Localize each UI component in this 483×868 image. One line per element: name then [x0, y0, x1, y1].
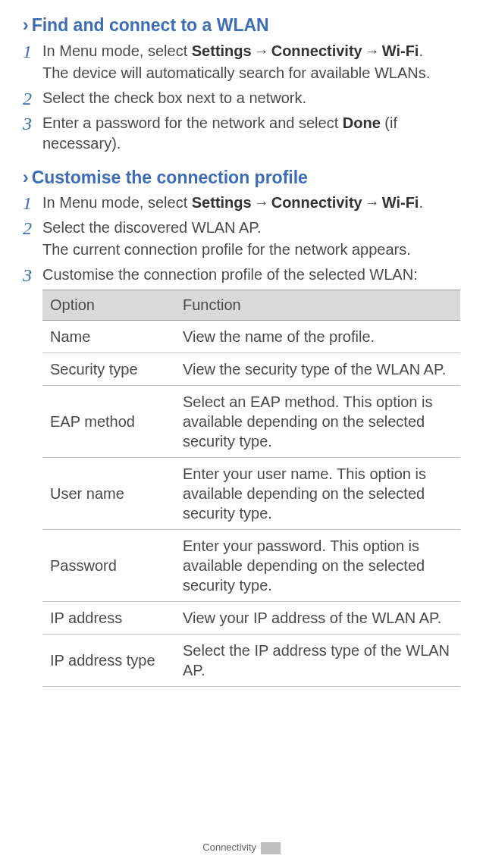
cell-function: View the name of the profile.: [175, 321, 460, 353]
cell-function: Enter your user name. This option is ava…: [175, 458, 460, 530]
step-number: 2: [23, 88, 42, 108]
options-table: Option Function Name View the name of th…: [42, 290, 460, 687]
table-row: IP address View your IP address of the W…: [42, 602, 460, 635]
table-row: Security type View the security type of …: [42, 353, 460, 386]
arrow-right-icon: →: [362, 193, 382, 213]
cell-option: Password: [42, 530, 175, 602]
cell-option: IP address: [42, 602, 175, 635]
step-2: 2 Select the check box next to a network…: [23, 88, 460, 108]
text: .: [419, 194, 423, 211]
step-subtext: The current connection profile for the n…: [42, 240, 411, 260]
bold-settings: Settings: [192, 194, 252, 211]
cell-function: View your IP address of the WLAN AP.: [175, 602, 460, 635]
step-number: 3: [23, 265, 42, 284]
step-number: 1: [23, 193, 42, 212]
table-header-row: Option Function: [42, 290, 460, 321]
text: Customise the connection profile of the …: [42, 266, 418, 283]
cell-function: Select an EAP method. This option is ava…: [175, 386, 460, 458]
page: ›Find and connect to a WLAN 1 In Menu mo…: [0, 0, 483, 868]
th-option: Option: [42, 290, 175, 321]
step-body: Enter a password for the network and sel…: [42, 113, 460, 154]
arrow-right-icon: →: [362, 41, 382, 61]
step-3: 3 Enter a password for the network and s…: [23, 113, 460, 154]
step-body: Customise the connection profile of the …: [42, 265, 460, 687]
step-number: 2: [23, 218, 42, 237]
arrow-right-icon: →: [252, 41, 271, 61]
arrow-right-icon: →: [252, 193, 271, 213]
cell-function: Select the IP address type of the WLAN A…: [175, 635, 460, 687]
bold-done: Done: [343, 114, 381, 131]
text: In Menu mode, select: [42, 194, 192, 211]
chevron-right-icon: ›: [23, 168, 29, 187]
footer-label: Connectivity: [202, 841, 256, 853]
steps-section2: 1 In Menu mode, select Settings → Connec…: [23, 193, 460, 687]
cell-function: View the security type of the WLAN AP.: [175, 353, 460, 386]
bold-connectivity: Connectivity: [271, 42, 362, 59]
cell-function: Enter your password. This option is avai…: [175, 530, 460, 602]
text: Enter a password for the network and sel…: [42, 114, 343, 131]
heading-find-connect: ›Find and connect to a WLAN: [23, 15, 460, 36]
table-row: IP address type Select the IP address ty…: [42, 635, 460, 687]
bold-connectivity: Connectivity: [271, 194, 362, 211]
text: .: [419, 42, 423, 59]
heading-text: Find and connect to a WLAN: [32, 15, 269, 35]
step-1: 1 In Menu mode, select Settings → Connec…: [23, 193, 460, 213]
steps-section1: 1 In Menu mode, select Settings → Connec…: [23, 41, 460, 154]
step-body: In Menu mode, select Settings → Connecti…: [42, 41, 430, 83]
cell-option: User name: [42, 458, 175, 530]
cell-option: Name: [42, 321, 175, 353]
heading-customise-profile: ›Customise the connection profile: [23, 168, 460, 189]
th-function: Function: [175, 290, 460, 321]
step-body: Select the check box next to a network.: [42, 88, 306, 108]
table-row: User name Enter your user name. This opt…: [42, 458, 460, 530]
table-row: Name View the name of the profile.: [42, 321, 460, 353]
table-row: EAP method Select an EAP method. This op…: [42, 386, 460, 458]
text: Select the discovered WLAN AP.: [42, 219, 262, 236]
step-subtext: The device will automatically search for…: [42, 63, 430, 83]
cell-option: Security type: [42, 353, 175, 386]
cell-option: IP address type: [42, 635, 175, 687]
step-number: 1: [23, 41, 42, 61]
bold-wifi: Wi-Fi: [382, 194, 419, 211]
table-row: Password Enter your password. This optio…: [42, 530, 460, 602]
text: In Menu mode, select: [42, 42, 192, 59]
page-footer: Connectivity: [0, 841, 483, 854]
step-body: In Menu mode, select Settings → Connecti…: [42, 193, 423, 213]
step-body: Select the discovered WLAN AP. The curre…: [42, 218, 411, 260]
chevron-right-icon: ›: [23, 15, 29, 35]
cell-option: EAP method: [42, 386, 175, 458]
page-number-box: [261, 842, 281, 854]
step-3: 3 Customise the connection profile of th…: [23, 265, 460, 687]
heading-text: Customise the connection profile: [32, 168, 308, 187]
step-2: 2 Select the discovered WLAN AP. The cur…: [23, 218, 460, 260]
step-1: 1 In Menu mode, select Settings → Connec…: [23, 41, 460, 83]
bold-settings: Settings: [192, 42, 252, 59]
bold-wifi: Wi-Fi: [382, 42, 419, 59]
step-number: 3: [23, 113, 42, 133]
